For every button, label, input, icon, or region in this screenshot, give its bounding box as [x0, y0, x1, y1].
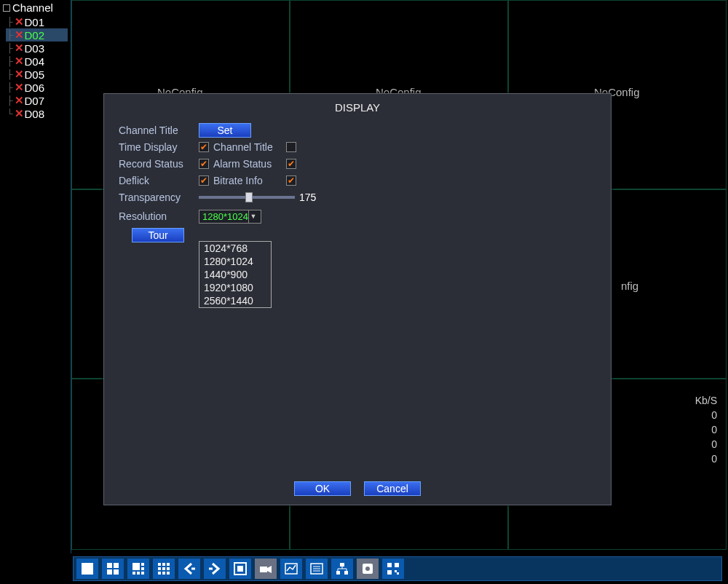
- kbs-value: 0: [695, 451, 717, 466]
- settings-icon: [309, 561, 325, 577]
- svg-rect-38: [387, 563, 392, 567]
- ok-button[interactable]: OK: [294, 481, 351, 496]
- svg-rect-18: [162, 572, 165, 575]
- channel-tree-icon: [3, 4, 10, 12]
- kbs-value: 0: [695, 437, 717, 451]
- view-nine-icon: [156, 561, 172, 577]
- svg-rect-1: [107, 563, 112, 568]
- resolution-selected: 1280*1024: [202, 211, 248, 222]
- resolution-dropdown: 1024*768 1280*1024 1440*900 1920*1080 25…: [199, 241, 272, 308]
- view-quad-icon: [105, 561, 121, 577]
- svg-rect-17: [158, 572, 161, 575]
- tour-button[interactable]: Tour: [132, 228, 184, 242]
- transparency-label: Transparency: [119, 192, 199, 203]
- network-button[interactable]: [331, 559, 353, 579]
- svg-rect-11: [158, 563, 161, 566]
- fullscreen-button[interactable]: [229, 559, 251, 579]
- disk-button[interactable]: [357, 559, 379, 579]
- dialog-title: DISPLAY: [104, 94, 611, 119]
- channel-label: D05: [25, 68, 45, 81]
- svg-rect-6: [141, 563, 144, 566]
- fullscreen-icon: [232, 561, 248, 577]
- qr-button[interactable]: [382, 559, 404, 579]
- chevron-down-icon: ▼: [248, 210, 258, 223]
- record-status-checkbox[interactable]: [199, 159, 209, 169]
- kbs-value: 0: [695, 408, 717, 422]
- slider-thumb[interactable]: [245, 192, 253, 202]
- camera-icon: [258, 561, 274, 577]
- camera-button[interactable]: [255, 559, 277, 579]
- chart-icon: [283, 561, 299, 577]
- chart-button[interactable]: [280, 559, 302, 579]
- network-icon: [334, 561, 350, 577]
- sidebar-item-channel[interactable]: └✕D08: [6, 107, 68, 120]
- qr-icon: [385, 561, 401, 577]
- svg-rect-29: [340, 563, 344, 567]
- time-display-checkbox[interactable]: [199, 142, 209, 152]
- resolution-select[interactable]: 1280*1024 ▼: [199, 210, 261, 224]
- transparency-slider[interactable]: [199, 196, 295, 199]
- channel-label: D04: [25, 55, 45, 68]
- svg-rect-42: [397, 572, 399, 575]
- channel-title-label: Channel Title: [119, 125, 199, 136]
- svg-rect-40: [387, 570, 392, 575]
- prev-icon: [181, 561, 197, 577]
- channel-title2-label: Channel Title: [213, 141, 286, 153]
- view-nine-button[interactable]: [153, 559, 175, 579]
- toolbar: [73, 556, 722, 581]
- bitrate-info-checkbox[interactable]: [286, 175, 296, 186]
- display-dialog: DISPLAY Channel Title Set Time Display C…: [103, 93, 612, 505]
- sidebar-header: Channel: [3, 1, 68, 14]
- alarm-status-checkbox[interactable]: [286, 159, 296, 169]
- view-quad-button[interactable]: [102, 559, 124, 579]
- noconfig-label: nfig: [621, 280, 653, 292]
- sidebar-item-channel[interactable]: ├✕D05: [6, 68, 68, 81]
- sidebar-item-channel[interactable]: ├✕D03: [6, 42, 68, 55]
- next-button[interactable]: [204, 559, 226, 579]
- cancel-button[interactable]: Cancel: [364, 481, 421, 496]
- x-icon: ✕: [15, 107, 23, 120]
- x-icon: ✕: [15, 55, 23, 68]
- channel-title-checkbox[interactable]: [286, 142, 296, 152]
- svg-rect-23: [237, 566, 243, 572]
- sidebar-item-channel[interactable]: ├✕D02: [6, 28, 68, 42]
- transparency-value: 175: [299, 192, 316, 203]
- bitrate-info-label: Bitrate Info: [213, 175, 286, 186]
- deflick-checkbox[interactable]: [199, 175, 209, 186]
- sidebar-item-channel[interactable]: ├✕D04: [6, 55, 68, 68]
- tree-line-icon: ├: [7, 69, 13, 79]
- svg-rect-39: [395, 563, 399, 567]
- channel-sidebar: Channel ├✕D01├✕D02├✕D03├✕D04├✕D05├✕D06├✕…: [0, 0, 71, 553]
- channel-label: D01: [25, 16, 45, 28]
- svg-rect-16: [167, 567, 170, 570]
- resolution-option[interactable]: 1440*900: [199, 268, 271, 281]
- alarm-status-label: Alarm Status: [213, 158, 286, 170]
- svg-rect-5: [132, 563, 140, 570]
- view-single-button[interactable]: [76, 559, 98, 579]
- record-status-label: Record Status: [119, 158, 199, 170]
- resolution-option[interactable]: 1920*1080: [199, 281, 271, 294]
- view-six-icon: [130, 561, 146, 577]
- set-button[interactable]: Set: [199, 123, 251, 138]
- svg-rect-8: [132, 572, 135, 575]
- prev-button[interactable]: [178, 559, 200, 579]
- kbs-label: Kb/S: [695, 393, 717, 408]
- sidebar-item-channel[interactable]: ├✕D07: [6, 94, 68, 107]
- channel-label: D08: [25, 108, 45, 120]
- sidebar-item-channel[interactable]: ├✕D01: [6, 15, 68, 28]
- tree-line-icon: ├: [7, 56, 13, 66]
- kbs-panel: Kb/S 0 0 0 0: [695, 393, 717, 466]
- x-icon: ✕: [15, 42, 23, 55]
- resolution-option[interactable]: 1280*1024: [199, 255, 271, 268]
- settings-button[interactable]: [306, 559, 328, 579]
- svg-rect-30: [336, 571, 340, 575]
- tree-line-icon: ├: [7, 43, 13, 53]
- x-icon: ✕: [15, 28, 23, 42]
- sidebar-item-channel[interactable]: ├✕D06: [6, 81, 68, 94]
- resolution-option[interactable]: 1024*768: [199, 242, 271, 255]
- view-six-button[interactable]: [127, 559, 149, 579]
- sidebar-title: Channel: [12, 1, 53, 14]
- resolution-label: Resolution: [119, 210, 199, 222]
- resolution-option[interactable]: 2560*1440: [199, 294, 271, 307]
- svg-rect-9: [137, 572, 140, 575]
